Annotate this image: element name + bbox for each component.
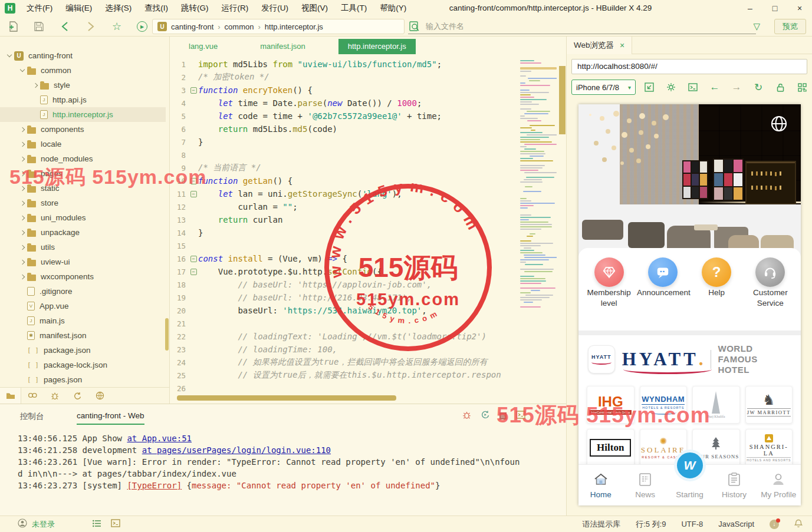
url-bar[interactable]: http://localhost:8080/#/ — [571, 59, 807, 74]
brand-card-wyndham[interactable]: WYNDHAMHOTELS & RESORTS — [640, 386, 688, 424]
tree-item-utils[interactable]: utils — [0, 240, 166, 255]
refresh-icon[interactable]: ↻ — [753, 82, 764, 92]
terminal-icon[interactable] — [688, 82, 698, 92]
tab-my-profile[interactable]: My Profile — [757, 465, 801, 505]
outline-list-icon[interactable] — [93, 520, 101, 529]
update-icon[interactable]: ↓ — [770, 520, 779, 529]
brand-card-hilton[interactable]: Hilton — [587, 429, 635, 467]
sidebar-scrollbar[interactable] — [165, 318, 169, 351]
maximize-button[interactable]: □ — [762, 0, 787, 16]
editor-hscrollbar[interactable] — [177, 395, 396, 401]
tree-item-gitignore[interactable]: .gitignore — [0, 284, 166, 299]
menu-v[interactable]: 视图(V) — [295, 0, 334, 16]
lock-icon[interactable] — [775, 82, 785, 92]
breadcrumb[interactable]: U canting-front›common›http.interceptor.… — [152, 19, 405, 34]
tree-item-style[interactable]: style — [0, 78, 166, 92]
language-globe-icon[interactable] — [770, 115, 788, 135]
back-icon[interactable] — [59, 21, 71, 32]
tab-news[interactable]: News — [623, 465, 667, 505]
plugins-tab-icon[interactable] — [88, 388, 111, 404]
tree-expand-arrow[interactable] — [18, 231, 27, 234]
brand-card-ihg[interactable]: IHGInterContinental Hotels Group — [587, 386, 635, 424]
tree-item-wxcomponents[interactable]: wxcomponents — [0, 269, 166, 284]
tree-expand-arrow[interactable] — [18, 187, 27, 190]
tree-item-common[interactable]: common — [0, 63, 166, 78]
tab-home[interactable]: Home — [578, 465, 623, 505]
log-link[interactable]: at pages/userPages/login/login.vue:110 — [142, 445, 331, 455]
tree-expand-arrow[interactable] — [18, 157, 27, 161]
tree-item-http-interceptor-js[interactable]: Jhttp.interceptor.js — [0, 107, 166, 122]
minimize-button[interactable]: – — [738, 0, 762, 16]
fold-box[interactable]: − — [190, 191, 197, 197]
run-icon[interactable]: ▶ — [137, 21, 147, 32]
search-tab-icon[interactable] — [21, 388, 44, 404]
tree-expand-arrow[interactable] — [18, 201, 27, 205]
brand-card-jw-marriott[interactable]: ♞JW MARRIOTT — [745, 386, 793, 424]
service-membership-level[interactable]: Membership level — [583, 257, 635, 308]
editor-scrollbar[interactable] — [559, 66, 566, 134]
fold-box[interactable]: − — [190, 256, 197, 262]
console-tab[interactable]: canting-front - Web — [77, 411, 144, 425]
search-input[interactable] — [426, 22, 756, 31]
menu-g[interactable]: 跳转(G) — [175, 0, 215, 16]
settings-gear-icon[interactable] — [666, 82, 676, 92]
service-help[interactable]: ?Help — [691, 257, 742, 308]
tree-item-unpackage[interactable]: unpackage — [0, 225, 166, 240]
tree-item-static[interactable]: static — [0, 181, 166, 196]
tree-expand-arrow[interactable] — [18, 275, 27, 279]
tree-item-pages-json[interactable]: [ ]pages.json — [0, 372, 166, 387]
new-file-icon[interactable] — [7, 21, 19, 32]
tree-item-pages[interactable]: pages — [0, 166, 166, 181]
preview-button[interactable]: 预览 — [774, 19, 806, 34]
breadcrumb-item-canting-front[interactable]: canting-front — [171, 22, 213, 31]
tree-item-http-api-js[interactable]: Jhttp.api.js — [0, 92, 166, 107]
tree-collapse-arrow[interactable] — [5, 55, 14, 57]
fold-box[interactable]: − — [190, 269, 197, 275]
nav-back-icon[interactable]: ← — [709, 82, 720, 92]
nav-forward-icon[interactable]: → — [731, 82, 742, 92]
stop-icon[interactable] — [499, 412, 507, 419]
service-announcement[interactable]: Announcement — [637, 257, 689, 308]
menu-s[interactable]: 选择(S) — [98, 0, 138, 16]
tree-item-uni-modules[interactable]: uni_modules — [0, 210, 166, 225]
tree-expand-arrow[interactable] — [18, 172, 27, 176]
menu-i[interactable]: 查找(I) — [138, 0, 175, 16]
browser-tab-close-icon[interactable]: × — [620, 41, 624, 50]
tree-item-app-vue[interactable]: VApp.vue — [0, 299, 166, 313]
forward-icon[interactable] — [85, 21, 97, 32]
menu-u[interactable]: 发行(U) — [255, 0, 295, 16]
svn-tab-icon[interactable] — [66, 388, 88, 404]
tree-item-canting-front[interactable]: Ucanting-front — [0, 48, 166, 63]
brand-card-shangri-la[interactable]: SHANGRI-LAHOTELS AND RESORTS — [745, 429, 793, 467]
qr-code-icon[interactable] — [797, 82, 807, 92]
explorer-tab-icon[interactable] — [0, 388, 21, 404]
browser-tab[interactable]: Web浏览器 × — [567, 37, 632, 54]
status-5-9[interactable]: 行:5 列:9 — [636, 519, 666, 530]
breadcrumb-item-common[interactable]: common — [225, 22, 254, 31]
tree-item-components[interactable]: components — [0, 122, 166, 137]
log-link[interactable]: at App.vue:51 — [127, 434, 192, 443]
tab-history[interactable]: History — [712, 465, 756, 505]
terminal-status-icon[interactable] — [111, 519, 120, 529]
console-terminal-icon[interactable] — [516, 411, 525, 421]
minimap[interactable] — [520, 60, 557, 380]
fold-marker-icon[interactable]: − — [189, 256, 198, 262]
hyatt-banner[interactable]: HYATT HYATT. WORLD FAMOUS HOTEL — [578, 342, 801, 376]
tree-expand-arrow[interactable] — [18, 260, 27, 264]
menu-e[interactable]: 编辑(E) — [59, 0, 98, 16]
tree-expand-arrow[interactable] — [31, 84, 40, 87]
status-javascript[interactable]: JavaScript — [718, 520, 754, 528]
device-select[interactable]: iPhone 6/7/8 ▾ — [571, 80, 636, 95]
restart-icon[interactable] — [481, 410, 490, 422]
notification-bell-icon[interactable] — [794, 519, 803, 530]
tab-starting[interactable]: WStarting — [668, 465, 712, 505]
tree-item-locale[interactable]: locale — [0, 137, 166, 151]
tree-item-package-lock-json[interactable]: [ ]package-lock.json — [0, 358, 166, 372]
fold-marker-icon[interactable]: − — [189, 178, 198, 184]
editor-tab-lang-vue[interactable]: lang.vue — [179, 39, 227, 54]
status-[interactable]: 语法提示库 — [582, 519, 620, 530]
fold-box[interactable]: − — [190, 87, 197, 94]
starting-logo-icon[interactable]: W — [674, 450, 706, 481]
menu-f[interactable]: 文件(F) — [20, 0, 59, 16]
fit-window-icon[interactable] — [644, 82, 655, 92]
